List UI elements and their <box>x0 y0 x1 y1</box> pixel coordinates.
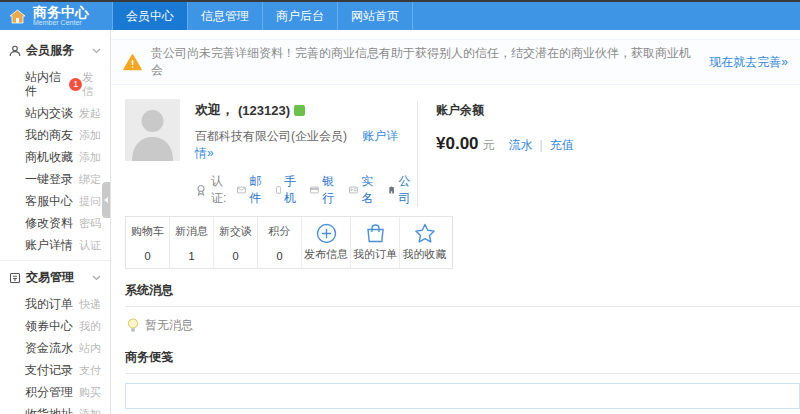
funds-flow-link[interactable]: 流水 <box>509 137 533 154</box>
sidebar-section-title: 会员服务 <box>26 42 74 59</box>
sidebar-item-coupons[interactable]: 领券中心 我的 <box>0 315 110 337</box>
person-icon <box>9 45 21 57</box>
sidebar-action-add-contact[interactable]: 添加 <box>79 128 101 142</box>
sidebar-item-address[interactable]: 收货地址 添加 <box>0 403 110 414</box>
sidebar-item-service-center[interactable]: 客服中心 提问 <box>0 190 110 212</box>
memo-textarea[interactable] <box>125 383 800 409</box>
cert-company-link[interactable]: 公司 <box>399 173 415 207</box>
sidebar-action-buy[interactable]: 购买 <box>79 385 101 399</box>
recharge-link[interactable]: 充值 <box>550 137 574 154</box>
sidebar-action-mine[interactable]: 我的 <box>79 319 101 333</box>
sidebar-item-chat[interactable]: 站内交谈 发起 <box>0 102 110 124</box>
sidebar-action-add-favorite[interactable]: 添加 <box>79 150 101 164</box>
logo-title: 商务中心 <box>33 5 89 19</box>
top-header: 商务中心 Member Center 会员中心 信息管理 商户后台 网站首页 <box>0 0 800 30</box>
sidebar-action-send-mail[interactable]: 发信 <box>82 70 101 98</box>
sidebar-action-pay[interactable]: 支付 <box>79 363 101 377</box>
avatar[interactable] <box>125 99 180 161</box>
id-card-icon <box>349 185 358 195</box>
my-favorites-button[interactable]: 我的收藏 <box>400 217 449 268</box>
memo-section: 商务便笺 更 新 [可记录一些文字备忘，限5000字] <box>125 349 800 414</box>
sidebar-item-contacts[interactable]: 我的商友 添加 <box>0 124 110 146</box>
stat-cart-value: 0 <box>144 250 150 262</box>
balance-panel: 账户余额 ¥0.00 元 流水 | 充值 <box>418 99 786 207</box>
sidebar-item-points[interactable]: 积分管理 购买 <box>0 381 110 403</box>
cert-phone-link[interactable]: 手机 <box>284 173 299 207</box>
sidebar-section-title: 交易管理 <box>26 269 74 286</box>
collapse-left-icon <box>104 197 108 203</box>
cert-realname-link[interactable]: 实名 <box>361 173 377 207</box>
sidebar-action-ask[interactable]: 提问 <box>79 194 101 208</box>
stat-new-messages[interactable]: 新消息 1 <box>170 217 214 268</box>
profile-row: 欢迎， (123123) 百都科技有限公司(企业会员) 账户详情» <box>111 85 800 207</box>
publish-info-button[interactable]: 发布信息 <box>302 217 351 268</box>
star-icon <box>414 223 436 244</box>
logo-subtitle: Member Center <box>33 19 89 27</box>
sidebar-action-onsite[interactable]: 站内 <box>79 341 101 355</box>
top-nav: 会员中心 信息管理 商户后台 网站首页 <box>112 2 413 30</box>
tab-merchant-backend[interactable]: 商户后台 <box>263 2 338 30</box>
sidebar-item-orders[interactable]: 我的订单 快递 <box>0 293 110 315</box>
cert-item-phone: 手机 <box>276 173 299 207</box>
stat-points[interactable]: 积分 0 <box>258 217 302 268</box>
tab-site-home[interactable]: 网站首页 <box>338 2 413 30</box>
company-name: 百都科技有限公司(企业会员) <box>195 129 347 143</box>
stat-points-value: 0 <box>276 250 282 262</box>
sidebar: 会员服务 站内信件 1 发信 站内交谈 发起 我的商友 添加 商机收藏 添加 <box>0 30 111 414</box>
bank-card-icon <box>310 185 319 195</box>
my-orders-button[interactable]: 我的订单 <box>351 217 400 268</box>
empty-message-text: 暂无消息 <box>145 317 193 334</box>
sidebar-item-payment-records[interactable]: 支付记录 支付 <box>0 359 110 381</box>
sidebar-action-start-chat[interactable]: 发起 <box>79 106 101 120</box>
cert-item-realname: 实名 <box>349 173 377 207</box>
layout: 会员服务 站内信件 1 发信 站内交谈 发起 我的商友 添加 商机收藏 添加 <box>0 30 800 414</box>
logo-text: 商务中心 Member Center <box>33 5 89 27</box>
cert-item-email: 邮件 <box>237 173 265 207</box>
banner-text: 贵公司尚未完善详细资料！完善的商业信息有助于获得别人的信任，结交潜在的商业伙伴，… <box>151 45 700 79</box>
welcome-prefix: 欢迎， <box>195 101 234 119</box>
cert-label: 认证: <box>211 173 226 207</box>
stat-chats-value: 0 <box>232 250 238 262</box>
sidebar-item-favorites[interactable]: 商机收藏 添加 <box>0 146 110 168</box>
main-content: 贵公司尚未完善详细资料！完善的商业信息有助于获得别人的信任，结交潜在的商业伙伴，… <box>111 30 800 414</box>
system-messages-empty: 暂无消息 <box>125 307 800 336</box>
clipboard-icon <box>9 272 21 284</box>
profile-incomplete-banner: 贵公司尚未完善详细资料！完善的商业信息有助于获得别人的信任，结交潜在的商业伙伴，… <box>111 39 800 85</box>
unread-badge: 1 <box>69 78 82 91</box>
chevron-down-icon <box>92 275 101 281</box>
system-messages-section: 系统消息 暂无消息 <box>125 282 800 336</box>
sidebar-action-add-address[interactable]: 添加 <box>79 407 101 414</box>
sidebar-action-certify[interactable]: 认证 <box>79 238 101 252</box>
chevron-down-icon <box>92 48 101 54</box>
stat-cart[interactable]: 购物车 0 <box>126 217 170 268</box>
sidebar-item-funds-flow[interactable]: 资金流水 站内 <box>0 337 110 359</box>
sidebar-section-member-services[interactable]: 会员服务 <box>0 34 110 66</box>
sidebar-item-onekey-login[interactable]: 一键登录 绑定 <box>0 168 110 190</box>
sidebar-action-express[interactable]: 快递 <box>79 297 101 311</box>
tab-member-center[interactable]: 会员中心 <box>112 2 188 30</box>
stats-box: 购物车 0 新消息 1 新交谈 0 积分 0 <box>125 216 453 269</box>
sidebar-action-password[interactable]: 密码 <box>79 216 101 230</box>
sidebar-item-mail[interactable]: 站内信件 1 发信 <box>0 66 110 102</box>
balance-row: ¥0.00 元 流水 | 充值 <box>436 134 786 154</box>
sidebar-item-account-detail[interactable]: 账户详情 认证 <box>0 234 110 256</box>
logo[interactable]: 商务中心 Member Center <box>0 2 112 30</box>
balance-title: 账户余额 <box>436 102 786 119</box>
cert-email-link[interactable]: 邮件 <box>249 173 265 207</box>
cert-item-bank: 银行 <box>310 173 338 207</box>
shopping-bag-icon <box>365 223 386 244</box>
envelope-icon <box>237 185 246 195</box>
mobile-phone-icon <box>276 184 281 196</box>
balance-amount: ¥0.00 <box>436 134 479 154</box>
sidebar-collapse-handle[interactable] <box>102 182 110 218</box>
home-icon <box>9 9 26 24</box>
stat-new-chats[interactable]: 新交谈 0 <box>214 217 258 268</box>
complete-profile-link[interactable]: 现在就去完善» <box>709 54 788 71</box>
sidebar-item-edit-profile[interactable]: 修改资料 密码 <box>0 212 110 234</box>
cert-bank-link[interactable]: 银行 <box>322 173 338 207</box>
medal-icon <box>195 184 207 196</box>
tab-info-management[interactable]: 信息管理 <box>188 2 263 30</box>
system-messages-title: 系统消息 <box>125 282 800 307</box>
sidebar-section-trade-management[interactable]: 交易管理 <box>0 260 110 293</box>
sidebar-action-bind[interactable]: 绑定 <box>79 172 101 186</box>
